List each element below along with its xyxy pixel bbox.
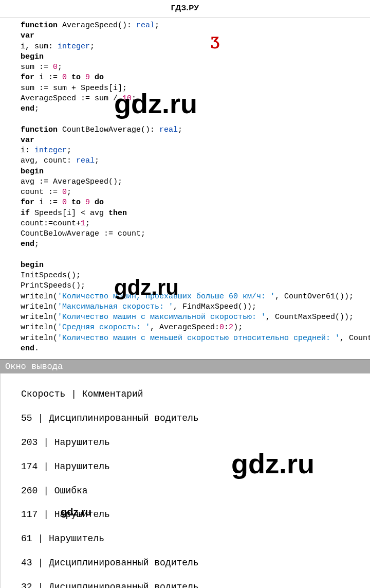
code-line: end. [21,344,370,354]
code-editor: function AverageSpeed(): real; var i, su… [0,17,370,357]
code-line: writeln('Средняя скорость: ', AverageSpe… [21,323,370,333]
output-line: 203 | Нарушитель [21,437,365,449]
code-line: end; [21,104,370,114]
output-window: Скорость | Комментарий 55 | Дисциплиниро… [0,373,370,588]
code-line: count := 0; [21,187,370,198]
code-line: writeln('Количество машин с максимальной… [21,312,370,323]
output-line: 117 | Нарушитель [21,509,365,521]
code-line: count:=count+1; [21,219,370,229]
code-line: i: integer; [21,146,370,156]
output-window-title: Окно вывода [0,359,370,373]
code-line: end; [21,239,370,250]
code-line: begin [21,260,370,271]
output-line: 55 | Дисциплинированный водитель [21,413,365,424]
code-line: CountBelowAverage := count; [21,229,370,239]
output-line: 61 | Нарушитель [21,533,365,545]
caret-mark-icon: ʒ [211,31,219,49]
code-line: avg := AverageSpeed(); [21,177,370,187]
code-line: writeln('Количество машин с меньшей скор… [21,333,370,344]
code-line: PrintSpeeds(); [21,281,370,291]
code-line: InitSpeeds(); [21,271,370,281]
output-line: 43 | Дисциплинированный водитель [21,557,365,569]
code-line: var [21,135,370,146]
code-line: for i := 0 to 9 do [21,198,370,208]
code-line: for i := 0 to 9 do [21,73,370,83]
code-line: function AverageSpeed(): real; [21,21,370,31]
code-line: avg, count: real; [21,156,370,166]
code-line: i, sum: integer; [21,42,370,52]
code-line: function CountBelowAverage(): real; [21,125,370,135]
code-line: if Speeds[i] < avg then [21,208,370,219]
page-header: ГДЗ.РУ [0,0,370,17]
code-line: writeln('Количество машин, проехавших бо… [21,292,370,302]
output-line: Скорость | Комментарий [21,388,365,400]
code-line: var [21,31,370,41]
code-line: AverageSpeed := sum / 10; [21,94,370,104]
output-line: 32 | Дисциплинированный водитель [21,581,365,588]
code-line: sum := sum + Speeds[i]; [21,83,370,94]
output-line: 174 | Нарушитель [21,461,365,473]
code-line: writeln('Максимальная скорость: ', FindM… [21,302,370,312]
output-line: 260 | Ошибка [21,485,365,497]
code-line: begin [21,167,370,177]
code-line: begin [21,52,370,62]
code-line: sum := 0; [21,62,370,73]
